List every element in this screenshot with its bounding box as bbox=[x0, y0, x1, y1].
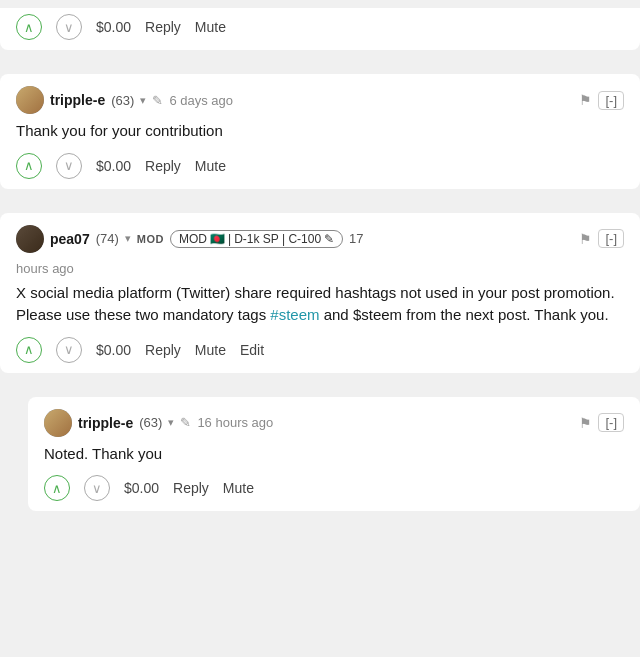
downvote-icon: ∨ bbox=[92, 481, 102, 496]
dropdown-arrow-icon[interactable]: ▾ bbox=[140, 94, 146, 107]
vote-amount: $0.00 bbox=[96, 342, 131, 358]
mute-link[interactable]: Mute bbox=[195, 342, 226, 358]
upvote-icon: ∧ bbox=[24, 158, 34, 173]
flag-emoji: 🇧🇩 bbox=[210, 232, 225, 246]
comment-tripple-e-1: tripple-e (63) ▾ ✎ 6 days ago ⚑ [-] Than… bbox=[0, 74, 640, 189]
downvote-icon: ∨ bbox=[64, 342, 74, 357]
username[interactable]: tripple-e bbox=[78, 415, 133, 431]
vote-up-button[interactable]: ∧ bbox=[16, 153, 42, 179]
vote-down-button[interactable]: ∨ bbox=[56, 153, 82, 179]
vote-amount: $0.00 bbox=[96, 19, 131, 35]
edit-link[interactable]: Edit bbox=[240, 342, 264, 358]
comment-header: pea07 (74) ▾ MOD MOD 🇧🇩 | D-1k SP | C-10… bbox=[16, 225, 624, 253]
edit-pencil-icon: ✎ bbox=[152, 93, 163, 108]
upvote-icon: ∧ bbox=[24, 342, 34, 357]
timestamp: hours ago bbox=[16, 261, 74, 276]
upvote-icon: ∧ bbox=[52, 481, 62, 496]
username[interactable]: tripple-e bbox=[50, 92, 105, 108]
comment-header: tripple-e (63) ▾ ✎ 6 days ago ⚑ [-] bbox=[16, 86, 624, 114]
avatar bbox=[16, 86, 44, 114]
username[interactable]: pea07 bbox=[50, 231, 90, 247]
mute-link[interactable]: Mute bbox=[195, 19, 226, 35]
downvote-icon: ∨ bbox=[64, 158, 74, 173]
collapse-button[interactable]: [-] bbox=[598, 229, 624, 248]
mod-tag-badge: MOD 🇧🇩 | D-1k SP | C-100 ✎ bbox=[170, 230, 343, 248]
vote-amount: $0.00 bbox=[96, 158, 131, 174]
timestamp: 16 hours ago bbox=[197, 415, 273, 430]
badge-separator: | bbox=[228, 232, 231, 246]
avatar bbox=[16, 225, 44, 253]
flag-button[interactable]: ⚑ bbox=[579, 231, 592, 247]
mute-link[interactable]: Mute bbox=[223, 480, 254, 496]
mod-label: MOD bbox=[137, 233, 164, 245]
reply-link[interactable]: Reply bbox=[145, 158, 181, 174]
reputation: (63) bbox=[111, 93, 134, 108]
avatar-image bbox=[16, 225, 44, 253]
comment-partial-top: ∧ ∨ $0.00 Reply Mute bbox=[0, 8, 640, 50]
avatar-image bbox=[16, 86, 44, 114]
comment-body: Thank you for your contribution bbox=[16, 120, 624, 143]
vote-amount: $0.00 bbox=[124, 480, 159, 496]
dropdown-arrow-icon[interactable]: ▾ bbox=[125, 232, 131, 245]
avatar-image bbox=[44, 409, 72, 437]
mute-link[interactable]: Mute bbox=[195, 158, 226, 174]
flag-button[interactable]: ⚑ bbox=[579, 415, 592, 431]
badge-text: D-1k SP | C-100 bbox=[234, 232, 321, 246]
upvote-icon: ∧ bbox=[24, 20, 34, 35]
reputation: (74) bbox=[96, 231, 119, 246]
collapse-button[interactable]: [-] bbox=[598, 413, 624, 432]
downvote-icon: ∨ bbox=[64, 20, 74, 35]
comment-body: X social media platform (Twitter) share … bbox=[16, 282, 624, 327]
vote-down-button[interactable]: ∨ bbox=[84, 475, 110, 501]
badge-edit-icon: ✎ bbox=[324, 232, 334, 246]
vote-up-button[interactable]: ∧ bbox=[16, 337, 42, 363]
vote-down-button[interactable]: ∨ bbox=[56, 337, 82, 363]
mod-tag-text: MOD bbox=[179, 232, 207, 246]
indented-comment-wrapper: tripple-e (63) ▾ ✎ 16 hours ago ⚑ [-] No… bbox=[28, 397, 640, 512]
reply-link[interactable]: Reply bbox=[145, 19, 181, 35]
reply-link[interactable]: Reply bbox=[145, 342, 181, 358]
comment-tripple-e-2: tripple-e (63) ▾ ✎ 16 hours ago ⚑ [-] No… bbox=[28, 397, 640, 512]
reply-link[interactable]: Reply bbox=[173, 480, 209, 496]
vote-down-button[interactable]: ∨ bbox=[56, 14, 82, 40]
timestamp: 6 days ago bbox=[169, 93, 233, 108]
collapse-button[interactable]: [-] bbox=[598, 91, 624, 110]
vote-up-button[interactable]: ∧ bbox=[16, 14, 42, 40]
vote-up-button[interactable]: ∧ bbox=[44, 475, 70, 501]
hashtag-link[interactable]: #steem bbox=[270, 306, 319, 323]
dropdown-arrow-icon[interactable]: ▾ bbox=[168, 416, 174, 429]
avatar bbox=[44, 409, 72, 437]
comment-pea07: pea07 (74) ▾ MOD MOD 🇧🇩 | D-1k SP | C-10… bbox=[0, 213, 640, 373]
comment-header: tripple-e (63) ▾ ✎ 16 hours ago ⚑ [-] bbox=[44, 409, 624, 437]
reputation: (63) bbox=[139, 415, 162, 430]
comment-body: Noted. Thank you bbox=[44, 443, 624, 466]
badge-count: 17 bbox=[349, 231, 363, 246]
flag-button[interactable]: ⚑ bbox=[579, 92, 592, 108]
edit-pencil-icon: ✎ bbox=[180, 415, 191, 430]
